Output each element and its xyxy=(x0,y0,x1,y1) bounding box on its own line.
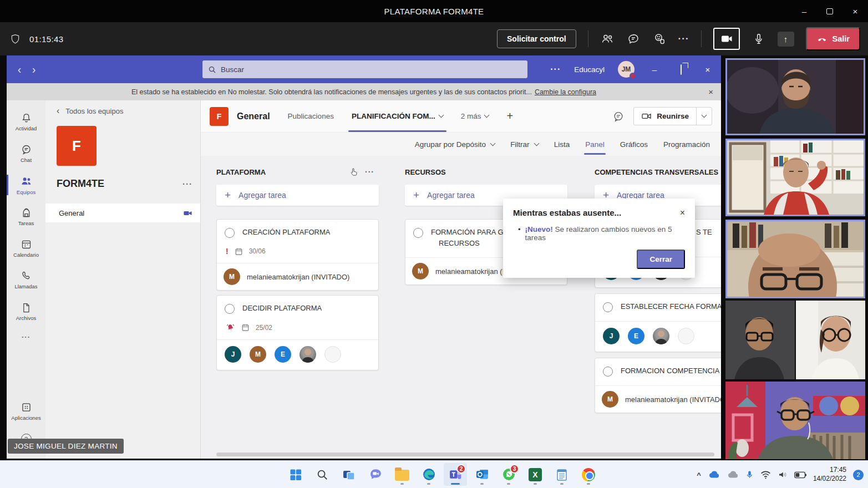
apps-grid-icon xyxy=(21,401,32,413)
view-board[interactable]: Panel xyxy=(585,140,605,149)
task-view-button[interactable] xyxy=(337,463,361,486)
file-explorer-button[interactable] xyxy=(390,463,414,486)
sidebar-item-calendar[interactable]: Calendario xyxy=(7,232,45,264)
excel-button[interactable]: X xyxy=(524,463,547,486)
team-more-icon[interactable]: ··· xyxy=(182,179,192,189)
cloud-icon[interactable] xyxy=(727,470,739,479)
meeting-chat-icon[interactable] xyxy=(626,32,641,46)
rail-more-icon[interactable]: ··· xyxy=(22,327,31,346)
all-teams-back[interactable]: ‹ Todos los equipos xyxy=(45,100,200,116)
meet-options-button[interactable] xyxy=(696,108,712,125)
group-by-dropdown[interactable]: Agrupar por Depósito xyxy=(415,140,495,149)
meet-button[interactable]: Reunirse xyxy=(633,107,712,125)
participant-video-5[interactable] xyxy=(725,382,865,459)
task-checkbox[interactable] xyxy=(413,228,423,238)
popup-close-icon[interactable]: × xyxy=(680,208,685,218)
volume-icon[interactable] xyxy=(778,470,788,479)
wifi-icon[interactable] xyxy=(760,470,771,479)
notepad-button[interactable] xyxy=(550,463,573,486)
participants-icon[interactable] xyxy=(600,32,615,46)
nav-forward-icon[interactable]: › xyxy=(27,63,41,76)
taskbar-search-button[interactable] xyxy=(311,463,334,486)
chat-app-button[interactable] xyxy=(364,463,387,486)
org-name[interactable]: Educacyl xyxy=(574,65,605,74)
view-list[interactable]: Lista xyxy=(554,140,570,149)
task-checkbox[interactable] xyxy=(603,367,613,377)
filter-dropdown[interactable]: Filtrar xyxy=(510,140,539,149)
search-input[interactable] xyxy=(221,65,522,74)
teams-app-button[interactable]: 2 xyxy=(444,463,467,486)
task-card[interactable]: CREACIÓN PLATAFORMA ! 30/06 M melanieama… xyxy=(216,219,379,291)
popup-close-button[interactable]: Cerrar xyxy=(637,250,685,269)
onedrive-icon[interactable] xyxy=(708,470,720,479)
chrome-button[interactable] xyxy=(577,463,600,486)
edge-button[interactable] xyxy=(417,463,440,486)
tray-expand-icon[interactable]: ^ xyxy=(697,471,701,479)
camera-icon xyxy=(641,111,652,121)
chevron-left-icon: ‹ xyxy=(57,106,59,116)
microphone-icon[interactable] xyxy=(752,32,766,46)
view-schedule[interactable]: Programación xyxy=(663,140,710,149)
sidebar-item-chat[interactable]: Chat xyxy=(7,138,45,169)
tab-more[interactable]: 2 más xyxy=(461,100,489,132)
column-more-icon[interactable]: ··· xyxy=(365,167,374,176)
add-task-button[interactable]: + Agregar tarea xyxy=(216,185,379,206)
assignee-name: melanieamatokrijan (INVITADO) xyxy=(247,273,349,281)
running-indicator xyxy=(534,483,537,485)
conversation-icon[interactable] xyxy=(612,110,625,123)
window-minimize-button[interactable]: – xyxy=(791,0,817,22)
reactions-icon[interactable] xyxy=(652,32,667,46)
titlebar-more-icon[interactable]: ··· xyxy=(550,64,561,74)
share-screen-button[interactable]: ↑ xyxy=(778,32,794,47)
battery-icon[interactable] xyxy=(794,471,806,479)
nav-back-icon[interactable]: ‹ xyxy=(12,63,27,76)
team-name: FORM4TE xyxy=(57,178,104,190)
participant-video-1[interactable] xyxy=(725,58,865,135)
task-card[interactable]: FORMACION COMPETENCIA M melanieamatokrij… xyxy=(595,358,721,413)
tab-posts[interactable]: Publicaciones xyxy=(288,100,334,132)
banner-settings-link[interactable]: Cambie la configura xyxy=(535,88,596,96)
all-teams-label: Todos los equipos xyxy=(65,107,123,115)
task-checkbox[interactable] xyxy=(225,228,235,238)
window-close-button[interactable]: × xyxy=(842,0,868,22)
task-checkbox[interactable] xyxy=(225,304,235,314)
sidebar-item-teams[interactable]: Equipos xyxy=(7,169,45,201)
teams-restore-button[interactable] xyxy=(674,65,688,74)
task-card[interactable]: ESTABLECER FECHA FORMA J E xyxy=(595,293,721,352)
horizontal-scrollbar[interactable] xyxy=(216,453,714,456)
task-title: FORMACION COMPETENCIA xyxy=(621,367,719,375)
banner-close-icon[interactable]: × xyxy=(708,87,713,96)
outlook-button[interactable] xyxy=(470,463,494,486)
search-box[interactable] xyxy=(202,60,527,78)
whatsapp-button[interactable]: 3 xyxy=(497,463,520,486)
view-charts[interactable]: Gráficos xyxy=(620,140,648,149)
clock[interactable]: 17:45 14/02/2022 xyxy=(813,466,846,483)
start-button[interactable] xyxy=(284,463,307,486)
camera-toggle-button[interactable] xyxy=(713,28,740,50)
meeting-more-icon[interactable]: ··· xyxy=(678,33,689,44)
leave-button[interactable]: Salir xyxy=(806,27,860,50)
folder-icon xyxy=(395,470,409,481)
request-control-button[interactable]: Solicitar control xyxy=(497,29,576,48)
team-tile[interactable]: F xyxy=(57,126,97,166)
sidebar-item-files[interactable]: Archivos xyxy=(7,296,45,327)
teams-close-button[interactable]: × xyxy=(701,65,714,74)
task-card[interactable]: DECIDIR PLATAFORMA 25/02 J M E xyxy=(216,295,379,370)
avatar: M xyxy=(250,346,266,363)
channel-item-general[interactable]: General xyxy=(45,204,200,222)
sidebar-item-activity[interactable]: Actividad xyxy=(7,106,45,138)
teams-minimize-button[interactable]: – xyxy=(648,65,661,74)
tray-microphone-icon[interactable] xyxy=(745,470,754,480)
sidebar-item-apps[interactable]: Aplicaciones xyxy=(7,395,45,427)
participant-video-4[interactable] xyxy=(725,301,865,379)
task-checkbox[interactable] xyxy=(603,302,613,312)
tab-planner[interactable]: PLANIFICACIÓN FOM... xyxy=(352,100,443,132)
notification-count-badge[interactable]: 2 xyxy=(853,470,864,480)
participant-video-3[interactable] xyxy=(725,220,865,298)
add-tab-button[interactable]: + xyxy=(506,100,513,132)
participant-video-2[interactable] xyxy=(725,139,865,216)
avatar[interactable]: JM xyxy=(618,61,634,78)
sidebar-item-calls[interactable]: Llamadas xyxy=(7,264,45,296)
sidebar-item-tasks[interactable]: Tareas xyxy=(7,201,45,232)
window-maximize-button[interactable] xyxy=(817,0,842,22)
